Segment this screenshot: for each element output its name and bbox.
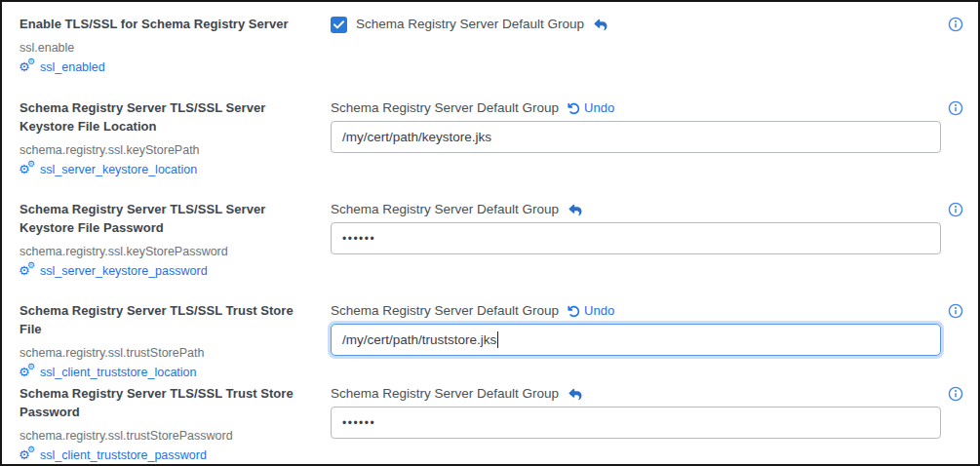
setting-title: Enable TLS/SSL for Schema Registry Serve… [20, 15, 317, 33]
config-row-enable-tls: Enable TLS/SSL for Schema Registry Serve… [20, 15, 960, 98]
text-caret [497, 331, 498, 348]
setting-title: Schema Registry Server TLS/SSL Server Ke… [20, 98, 317, 136]
tls-enable-checkbox[interactable] [331, 17, 347, 33]
group-label: Schema Registry Server Default Group [331, 301, 559, 321]
config-row-truststore-password: Schema Registry Server TLS/SSL Trust Sto… [20, 384, 960, 464]
input-value: /my/cert/path/keystore.jks [342, 130, 491, 144]
group-label: Schema Registry Server Default Group [331, 200, 559, 219]
input-value: •••••• [342, 232, 375, 246]
info-circle-icon[interactable] [948, 100, 963, 116]
property-name: schema.registry.ssl.keyStorePassword [20, 244, 317, 260]
keystore-password-input[interactable]: •••••• [331, 222, 941, 254]
input-value: /my/cert/path/truststore.jks [342, 332, 496, 347]
info-circle-icon[interactable] [948, 303, 963, 319]
group-label: Schema Registry Server Default Group [331, 384, 559, 404]
setting-title: Schema Registry Server TLS/SSL Trust Sto… [20, 384, 317, 421]
property-name: ssl.enable [20, 40, 317, 57]
group-label: Schema Registry Server Default Group [356, 15, 584, 34]
undo-button[interactable]: Undo [568, 301, 614, 321]
gears-icon: ⚙⚙ [20, 367, 35, 380]
undo-button[interactable]: Undo [568, 98, 614, 118]
property-name: schema.registry.ssl.keyStorePath [20, 142, 317, 159]
tls-ssl-config-panel: Enable TLS/SSL for Schema Registry Serve… [0, 0, 980, 466]
property-name: schema.registry.ssl.trustStorePath [20, 345, 317, 362]
truststore-location-input[interactable]: /my/cert/path/truststore.jks [331, 324, 941, 356]
reply-revert-icon[interactable] [568, 388, 583, 401]
truststore-password-input[interactable]: •••••• [331, 407, 941, 439]
setting-title: Schema Registry Server TLS/SSL Trust Sto… [20, 301, 317, 338]
api-name-link[interactable]: ssl_client_truststore_password [40, 447, 207, 464]
property-name: schema.registry.ssl.trustStorePassword [20, 428, 317, 445]
info-circle-icon[interactable] [948, 202, 963, 217]
gears-icon: ⚙⚙ [20, 61, 35, 75]
config-row-keystore-password: Schema Registry Server TLS/SSL Server Ke… [20, 200, 960, 301]
reply-revert-icon[interactable] [593, 19, 608, 31]
checkmark-icon [333, 20, 344, 29]
group-label: Schema Registry Server Default Group [331, 98, 559, 118]
info-circle-icon[interactable] [948, 17, 963, 32]
setting-title: Schema Registry Server TLS/SSL Server Ke… [20, 200, 317, 237]
undo-rotate-icon [568, 305, 580, 318]
gears-icon: ⚙⚙ [20, 265, 35, 279]
config-row-truststore-location: Schema Registry Server TLS/SSL Trust Sto… [20, 301, 960, 384]
api-name-link[interactable]: ssl_enabled [40, 59, 105, 76]
input-value: •••••• [342, 416, 375, 430]
undo-rotate-icon [568, 102, 580, 115]
reply-revert-icon[interactable] [568, 204, 583, 216]
info-circle-icon[interactable] [948, 386, 963, 402]
api-name-link[interactable]: ssl_server_keystore_location [40, 162, 197, 178]
undo-label: Undo [584, 98, 614, 118]
undo-label: Undo [584, 301, 614, 321]
api-name-link[interactable]: ssl_client_truststore_location [40, 365, 197, 381]
keystore-location-input[interactable]: /my/cert/path/keystore.jks [331, 121, 941, 153]
gears-icon: ⚙⚙ [20, 449, 35, 463]
api-name-link[interactable]: ssl_server_keystore_password [40, 263, 208, 280]
config-row-keystore-location: Schema Registry Server TLS/SSL Server Ke… [20, 98, 960, 200]
gears-icon: ⚙⚙ [20, 164, 35, 177]
